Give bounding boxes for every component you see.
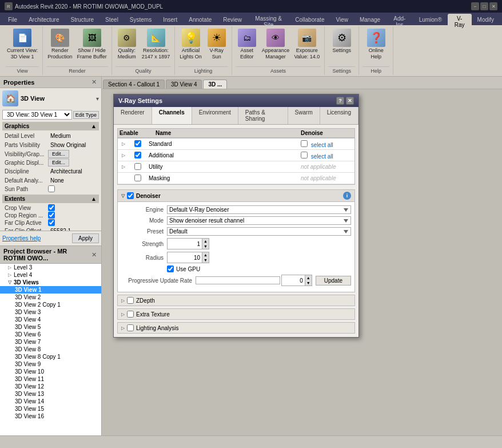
- tree-3dview7[interactable]: 3D View 7: [0, 338, 101, 346]
- progressive-up-btn[interactable]: ▲: [305, 275, 312, 280]
- tab-massing[interactable]: Massing & Site: [248, 14, 289, 25]
- far-clip-active-checkbox[interactable]: [48, 219, 55, 226]
- online-help-btn[interactable]: ❓ OnlineHelp: [365, 27, 388, 61]
- tree-3dview13[interactable]: 3D View 13: [0, 390, 101, 398]
- zdepth-header[interactable]: ▷ ZDepth: [118, 295, 354, 306]
- doc-tab-3dview4[interactable]: 3D View 4: [166, 80, 202, 89]
- dialog-tab-renderer[interactable]: Renderer: [114, 107, 152, 124]
- properties-close-btn[interactable]: ✕: [90, 78, 98, 86]
- tree-3dview11[interactable]: 3D View 11: [0, 375, 101, 383]
- view-type-dropdown[interactable]: ▾: [96, 96, 99, 102]
- tree-3dview8copy1[interactable]: 3D View 8 Copy 1: [0, 353, 101, 360]
- strength-input[interactable]: [168, 240, 202, 248]
- zdepth-checkbox[interactable]: [127, 297, 134, 304]
- tab-annotate[interactable]: Annotate: [183, 14, 217, 25]
- dialog-tab-channels[interactable]: Channels: [152, 107, 192, 124]
- render-production-btn[interactable]: 🎨 RenderProduction: [46, 27, 73, 61]
- discipline-value[interactable]: [48, 167, 101, 176]
- tree-3dview10[interactable]: 3D View 10: [0, 368, 101, 375]
- edit-type-btn[interactable]: Edit Type: [73, 111, 99, 119]
- tree-3dview4[interactable]: 3D View 4: [0, 316, 101, 323]
- dialog-close-btn[interactable]: ✕: [346, 97, 354, 105]
- current-view-btn[interactable]: 📄 Current View:3D View 1: [6, 27, 39, 61]
- update-btn[interactable]: Update: [316, 276, 351, 286]
- crop-view-checkbox[interactable]: [48, 204, 55, 211]
- channel-denoise-link-standard[interactable]: select all: [311, 142, 333, 148]
- progressive-down-btn[interactable]: ▼: [305, 280, 312, 286]
- parts-vis-value[interactable]: [48, 141, 101, 149]
- tab-structure[interactable]: Structure: [65, 14, 99, 25]
- extra-texture-header[interactable]: ▷ Extra Texture: [118, 309, 354, 319]
- channel-arrow-additional[interactable]: ▷: [118, 153, 129, 158]
- browser-content[interactable]: ▷ Level 3 ▷ Level 4 ▽ 3D Views 3D View 1…: [0, 264, 101, 435]
- graphics-section-header[interactable]: Graphics ▲: [2, 122, 99, 130]
- channel-denoise-cb-additional[interactable]: [301, 152, 308, 158]
- tree-3dview8[interactable]: 3D View 8: [0, 346, 101, 353]
- tab-review[interactable]: Review: [217, 14, 248, 25]
- engine-select[interactable]: Default V-Ray Denoiser: [167, 205, 351, 214]
- progressive-input[interactable]: [282, 277, 305, 284]
- view-select-dropdown[interactable]: 3D View: 3D View 1: [2, 110, 72, 120]
- radius-input[interactable]: [168, 254, 202, 261]
- minimize-icon[interactable]: −: [471, 2, 479, 10]
- strength-down-btn[interactable]: ▼: [202, 244, 209, 249]
- use-gpu-checkbox[interactable]: [167, 265, 174, 272]
- dialog-tab-environment[interactable]: Environment: [192, 107, 238, 124]
- denoiser-header[interactable]: ▽ Denoiser i: [118, 190, 354, 202]
- doc-tab-3d[interactable]: 3D ...: [203, 80, 227, 89]
- doc-tab-section4[interactable]: Section 4 - Callout 1: [103, 80, 165, 89]
- radius-up-btn[interactable]: ▲: [202, 252, 209, 257]
- tree-3dview5[interactable]: 3D View 5: [0, 323, 101, 331]
- far-clip-offset-value[interactable]: [48, 227, 101, 231]
- asset-editor-btn[interactable]: 🗂 AssetEditor: [236, 27, 258, 61]
- tab-collaborate[interactable]: Collaborate: [289, 14, 330, 25]
- tree-3dviews[interactable]: ▽ 3D Views: [0, 279, 101, 286]
- tree-3dview2[interactable]: 3D View 2: [0, 294, 101, 301]
- radius-down-btn[interactable]: ▼: [202, 257, 209, 263]
- channel-arrow-utility[interactable]: ▷: [118, 164, 129, 169]
- artificial-lights-btn[interactable]: 💡 ArtificialLights On: [178, 27, 203, 61]
- detail-level-value[interactable]: [48, 132, 101, 140]
- tab-addins[interactable]: Add-Ins: [386, 14, 413, 25]
- tab-steel[interactable]: Steel: [99, 14, 124, 25]
- extra-texture-checkbox[interactable]: [127, 311, 134, 318]
- dialog-tab-swarm[interactable]: Swarm: [288, 107, 320, 124]
- tree-level3[interactable]: ▷ Level 3: [0, 264, 101, 271]
- default-analy-value[interactable]: [48, 176, 101, 185]
- resolution-btn[interactable]: 📐 Resolution:2147 x 1897: [141, 27, 172, 61]
- properties-help-link[interactable]: Properties help: [2, 235, 41, 241]
- tree-3dview6[interactable]: 3D View 6: [0, 331, 101, 338]
- dialog-tab-paths-sharing[interactable]: Paths & Sharing: [238, 107, 288, 124]
- frame-buffer-btn[interactable]: 🖼 Show / HideFrame Buffer: [75, 27, 107, 61]
- maximize-icon[interactable]: □: [480, 2, 488, 10]
- channel-checkbox-utility[interactable]: [134, 163, 141, 170]
- tree-3dview16[interactable]: 3D View 16: [0, 413, 101, 420]
- sun-path-checkbox[interactable]: [48, 185, 55, 192]
- appearance-manager-btn[interactable]: 👁 AppearanceManager: [261, 27, 291, 61]
- vis-grap-btn[interactable]: Edit...: [48, 150, 69, 158]
- channel-checkbox-masking[interactable]: [134, 175, 141, 181]
- tab-systems[interactable]: Systems: [124, 14, 157, 25]
- channel-checkbox-standard[interactable]: [134, 140, 141, 147]
- tab-manage[interactable]: Manage: [354, 14, 386, 25]
- dialog-tab-licensing[interactable]: Licensing: [320, 107, 358, 124]
- vray-sun-btn[interactable]: ☀ V-RaySun: [205, 27, 228, 61]
- tab-view[interactable]: View: [330, 14, 354, 25]
- tab-insert[interactable]: Insert: [157, 14, 183, 25]
- lighting-analysis-header[interactable]: ▷ Lighting Analysis: [118, 323, 354, 333]
- channel-denoise-link-additional[interactable]: select all: [311, 153, 333, 160]
- denoiser-checkbox[interactable]: [127, 192, 134, 199]
- strength-up-btn[interactable]: ▲: [202, 239, 209, 244]
- graphic-disp-btn[interactable]: Edit...: [48, 158, 69, 166]
- denoiser-info-icon[interactable]: i: [343, 192, 351, 200]
- tree-3dview1[interactable]: 3D View 1: [0, 286, 101, 294]
- tree-3dview15[interactable]: 3D View 15: [0, 405, 101, 413]
- lighting-analysis-checkbox[interactable]: [127, 324, 134, 331]
- apply-btn[interactable]: Apply: [72, 233, 99, 243]
- tab-vray[interactable]: V-Ray: [448, 14, 472, 25]
- mode-select[interactable]: Show denoiser result channel: [167, 216, 351, 225]
- channel-arrow-standard[interactable]: ▷: [118, 141, 129, 146]
- dialog-help-btn[interactable]: ?: [336, 97, 344, 105]
- tree-3dview2copy1[interactable]: 3D View 2 Copy 1: [0, 301, 101, 308]
- tab-file[interactable]: File: [2, 14, 23, 25]
